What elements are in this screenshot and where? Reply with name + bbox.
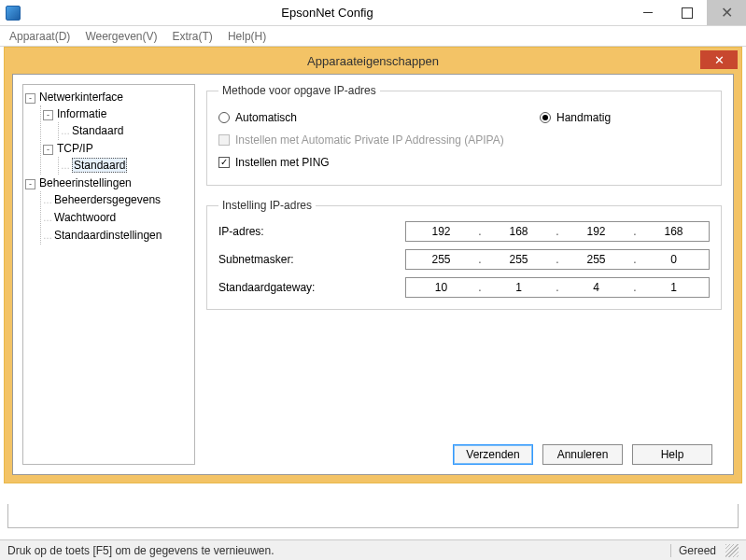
ip-octet[interactable]: 255	[484, 250, 554, 269]
ip-octet[interactable]: 255	[406, 250, 476, 269]
expand-icon[interactable]: -	[25, 93, 35, 104]
window-controls	[628, 0, 746, 25]
app-icon	[6, 6, 21, 21]
tree-label-selected: Standaard	[72, 158, 127, 173]
tree-node-informatie-standaard[interactable]: Standaard	[61, 122, 192, 140]
ip-octet[interactable]: 168	[484, 222, 554, 241]
menu-apparaat[interactable]: Apparaat(D)	[4, 28, 76, 45]
radio-handmatig[interactable]: Handmatig	[540, 111, 611, 124]
status-ready: Gereed	[679, 544, 720, 557]
dialog-header: Apparaateigenschappen ✕	[5, 48, 741, 74]
status-bar: Druk op de toets [F5] om de gegevens te …	[0, 539, 746, 560]
tree-node-tcpip[interactable]: -TCP/IP Standaard	[43, 140, 192, 175]
dialog: Apparaateigenschappen ✕ -Netwerkinterfac…	[0, 47, 746, 483]
menu-weergeven[interactable]: Weergeven(V)	[79, 28, 162, 45]
dialog-close-button[interactable]: ✕	[700, 50, 738, 69]
ip-octet[interactable]: 4	[561, 278, 631, 297]
status-hint: Druk op de toets [F5] om de gegevens te …	[7, 544, 274, 557]
group-ip-settings: Instelling IP-adres IP-adres: 192. 168. …	[206, 199, 722, 310]
tree-node-tcpip-standaard[interactable]: Standaard	[61, 157, 192, 175]
expand-icon[interactable]: -	[25, 179, 35, 189]
tree-node-beheerinstellingen[interactable]: -Beheerinstellingen Beheerdersgegevens W…	[25, 175, 192, 245]
tree-node-netwerkinterface[interactable]: -Netwerkinterface -Informatie Standaard	[25, 89, 192, 175]
radio-automatisch[interactable]: Automatisch	[218, 111, 297, 124]
resize-grip-icon[interactable]	[725, 544, 739, 557]
tree-label: Standaard	[72, 124, 123, 137]
button-verzenden[interactable]: Verzenden	[453, 444, 533, 465]
tree-label: Netwerkinterface	[39, 91, 123, 104]
ip-octet[interactable]: 192	[561, 222, 631, 241]
menu-help[interactable]: Help(H)	[222, 28, 272, 45]
ip-octet[interactable]: 192	[406, 222, 476, 241]
group-legend: Instelling IP-adres	[218, 199, 316, 212]
radio-icon	[218, 112, 230, 123]
content-panel: Methode voor opgave IP-adres Automatisch…	[204, 84, 724, 465]
button-label: Annuleren	[557, 448, 609, 461]
label-standaardgateway: Standaardgateway:	[218, 281, 405, 294]
group-ip-method: Methode voor opgave IP-adres Automatisch…	[206, 84, 722, 186]
ip-octet[interactable]: 168	[639, 222, 709, 241]
label-subnetmasker: Subnetmasker:	[218, 253, 405, 266]
tree-label: Informatie	[57, 107, 106, 120]
window-maximize-button[interactable]	[668, 0, 707, 25]
checkbox-icon	[218, 134, 230, 146]
window-close-button[interactable]	[707, 0, 746, 25]
checkbox-apipa: Instellen met Automatic Private IP Addre…	[218, 133, 504, 147]
label-ip-adres: IP-adres:	[218, 225, 405, 238]
checkbox-icon	[218, 157, 230, 168]
expand-icon[interactable]: -	[43, 145, 53, 155]
radio-label: Handmatig	[556, 111, 611, 124]
window-title: EpsonNet Config	[26, 6, 628, 20]
expand-icon[interactable]: -	[43, 110, 53, 120]
tree-node-beheerdersgegevens[interactable]: Beheerdersgegevens	[43, 191, 192, 209]
tree-label: Standaardinstellingen	[54, 229, 162, 242]
checkbox-label: Instellen met PING	[235, 156, 330, 169]
checkbox-ping[interactable]: Instellen met PING	[218, 156, 330, 169]
main-list-backdrop	[7, 504, 739, 528]
window-titlebar: EpsonNet Config	[0, 0, 746, 26]
tree-node-standaardinstellingen[interactable]: Standaardinstellingen	[43, 227, 192, 245]
menu-extra[interactable]: Extra(T)	[167, 28, 218, 45]
ip-octet[interactable]: 1	[639, 278, 709, 297]
tree-label: TCP/IP	[57, 142, 93, 155]
input-subnetmasker[interactable]: 255. 255. 255. 0	[405, 249, 710, 270]
button-label: Help	[661, 448, 684, 461]
button-label: Verzenden	[466, 448, 519, 461]
ip-octet[interactable]: 1	[484, 278, 554, 297]
input-standaardgateway[interactable]: 10. 1. 4. 1	[405, 277, 710, 298]
radio-label: Automatisch	[235, 111, 297, 124]
group-legend: Methode voor opgave IP-adres	[218, 84, 380, 97]
dialog-title: Apparaateigenschappen	[307, 54, 439, 68]
dialog-button-row: Verzenden Annuleren Help	[204, 435, 724, 465]
input-ip-adres[interactable]: 192. 168. 192. 168	[405, 221, 710, 242]
ip-octet[interactable]: 0	[639, 250, 709, 269]
radio-icon	[540, 112, 551, 123]
navigation-tree[interactable]: -Netwerkinterface -Informatie Standaard	[22, 84, 195, 465]
button-annuleren[interactable]: Annuleren	[542, 444, 623, 465]
window-minimize-button[interactable]	[628, 0, 668, 25]
button-help[interactable]: Help	[632, 444, 712, 465]
tree-node-wachtwoord[interactable]: Wachtwoord	[43, 209, 192, 227]
tree-label: Beheerdersgegevens	[54, 193, 161, 206]
tree-node-informatie[interactable]: -Informatie Standaard	[43, 105, 192, 140]
checkbox-label: Instellen met Automatic Private IP Addre…	[235, 133, 504, 147]
ip-octet[interactable]: 10	[406, 278, 476, 297]
menu-bar: Apparaat(D) Weergeven(V) Extra(T) Help(H…	[0, 26, 746, 47]
ip-octet[interactable]: 255	[561, 250, 631, 269]
tree-label: Beheerinstellingen	[39, 176, 132, 189]
tree-label: Wachtwoord	[54, 211, 116, 224]
